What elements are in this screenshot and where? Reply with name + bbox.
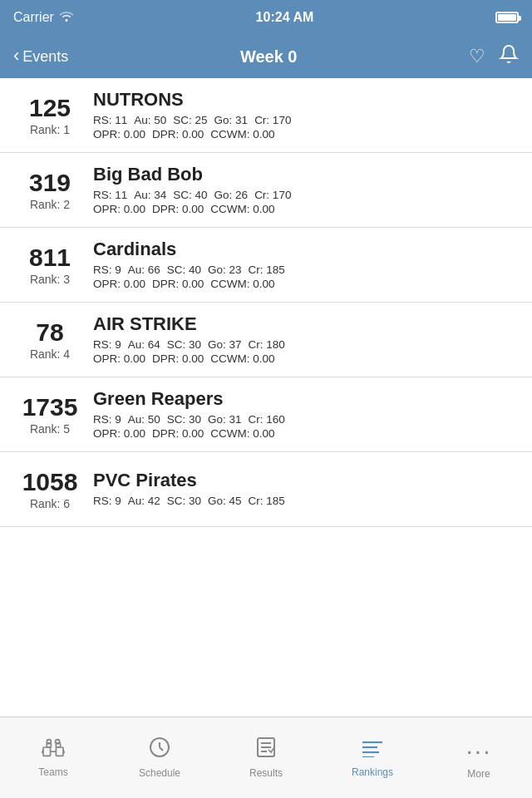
stat-item: Go: 31 xyxy=(214,114,249,126)
stat-item: RS: 9 xyxy=(93,495,121,507)
stat-item: CCWM: 0.00 xyxy=(210,427,274,440)
tab-rankings[interactable]: Rankings xyxy=(319,717,426,798)
tab-schedule[interactable]: Schedule xyxy=(106,717,213,798)
stat-item: CCWM: 0.00 xyxy=(210,278,274,290)
team-stats-row-2: OPR: 0.00DPR: 0.00CCWM: 0.00 xyxy=(93,352,519,365)
schedule-label: Schedule xyxy=(139,767,180,779)
team-number: 319 xyxy=(29,169,71,196)
team-stats-row-2: OPR: 0.00DPR: 0.00CCWM: 0.00 xyxy=(93,278,519,290)
more-icon: ··· xyxy=(466,736,491,765)
team-info: Green ReapersRS: 9Au: 50SC: 30Go: 31Cr: … xyxy=(93,387,519,441)
team-number-block: 319Rank: 2 xyxy=(13,163,86,217)
stat-item: SC: 25 xyxy=(173,114,207,126)
stat-item: Au: 34 xyxy=(134,189,166,201)
team-name: PVC Pirates xyxy=(93,470,519,491)
stat-item: Cr: 170 xyxy=(254,114,291,126)
team-name: Big Bad Bob xyxy=(93,164,519,185)
stat-item: DPR: 0.00 xyxy=(152,128,204,140)
back-label: Events xyxy=(22,48,68,66)
team-rank: Rank: 1 xyxy=(30,123,70,136)
team-info: PVC PiratesRS: 9Au: 42SC: 30Go: 45Cr: 18… xyxy=(93,462,519,516)
stat-item: CCWM: 0.00 xyxy=(210,128,274,140)
stat-item: Go: 37 xyxy=(208,338,242,351)
team-stats-row-1: RS: 9Au: 42SC: 30Go: 45Cr: 185 xyxy=(93,495,519,507)
stat-item: Cr: 185 xyxy=(249,264,285,276)
nav-actions: ♡ xyxy=(469,44,519,69)
team-info: NUTRONSRS: 11Au: 50SC: 25Go: 31Cr: 170OP… xyxy=(93,88,519,142)
wifi-icon xyxy=(59,10,74,25)
stat-item: SC: 30 xyxy=(167,413,201,426)
svg-point-6 xyxy=(56,740,60,744)
team-row[interactable]: 78Rank: 4AIR STRIKERS: 9Au: 64SC: 30Go: … xyxy=(0,303,532,377)
team-row[interactable]: 811Rank: 3CardinalsRS: 9Au: 66SC: 40Go: … xyxy=(0,228,532,303)
team-number: 1058 xyxy=(22,468,78,495)
stat-item: Au: 50 xyxy=(128,413,160,426)
team-name: Cardinals xyxy=(93,239,519,260)
stat-item: Au: 50 xyxy=(134,114,166,126)
stat-item: DPR: 0.00 xyxy=(152,427,204,440)
stat-item: Au: 42 xyxy=(128,495,160,507)
team-row[interactable]: 1058Rank: 6PVC PiratesRS: 9Au: 42SC: 30G… xyxy=(0,452,532,527)
tab-more[interactable]: ··· More xyxy=(426,717,532,798)
stat-item: DPR: 0.00 xyxy=(152,203,204,215)
team-stats-row-1: RS: 9Au: 66SC: 40Go: 23Cr: 185 xyxy=(93,264,519,276)
tab-teams[interactable]: Teams xyxy=(0,717,106,798)
team-row[interactable]: 1735Rank: 5Green ReapersRS: 9Au: 50SC: 3… xyxy=(0,377,532,452)
team-number-block: 1058Rank: 6 xyxy=(13,462,86,516)
stat-item: RS: 9 xyxy=(93,338,121,351)
status-right xyxy=(495,12,519,23)
stat-item: Cr: 180 xyxy=(249,338,285,351)
stat-item: Au: 66 xyxy=(128,264,160,276)
stat-item: OPR: 0.00 xyxy=(93,427,145,440)
team-name: Green Reapers xyxy=(93,388,519,410)
team-stats-row-2: OPR: 0.00DPR: 0.00CCWM: 0.00 xyxy=(93,128,519,140)
page-title: Week 0 xyxy=(240,47,298,66)
results-label: Results xyxy=(249,767,283,779)
team-rank: Rank: 6 xyxy=(30,497,70,510)
stat-item: OPR: 0.00 xyxy=(93,128,145,140)
team-row[interactable]: 125Rank: 1NUTRONSRS: 11Au: 50SC: 25Go: 3… xyxy=(0,78,532,153)
stat-item: OPR: 0.00 xyxy=(93,278,145,290)
tab-results[interactable]: Results xyxy=(213,717,319,798)
team-row[interactable]: 319Rank: 2Big Bad BobRS: 11Au: 34SC: 40G… xyxy=(0,153,532,228)
team-rank: Rank: 5 xyxy=(30,422,70,436)
team-number: 1735 xyxy=(22,393,78,421)
stat-item: SC: 30 xyxy=(167,495,201,507)
stat-item: SC: 40 xyxy=(173,189,207,201)
stat-item: CCWM: 0.00 xyxy=(210,203,274,215)
stat-item: Go: 31 xyxy=(208,413,242,426)
favorite-icon[interactable]: ♡ xyxy=(469,46,485,67)
team-number-block: 78Rank: 4 xyxy=(13,313,86,367)
tab-bar: Teams Schedule Results xyxy=(0,717,532,798)
teams-icon xyxy=(42,737,65,763)
back-button[interactable]: ‹ Events xyxy=(13,47,68,66)
stat-item: Go: 23 xyxy=(208,264,242,276)
schedule-icon xyxy=(149,736,170,764)
stat-item: RS: 11 xyxy=(93,114,127,126)
team-stats-row-1: RS: 11Au: 50SC: 25Go: 31Cr: 170 xyxy=(93,114,519,126)
team-rank: Rank: 3 xyxy=(30,273,70,286)
teams-list: 125Rank: 1NUTRONSRS: 11Au: 50SC: 25Go: 3… xyxy=(0,78,532,717)
team-stats-row-1: RS: 9Au: 64SC: 30Go: 37Cr: 180 xyxy=(93,338,519,351)
battery-icon xyxy=(495,12,519,23)
back-arrow-icon: ‹ xyxy=(13,45,19,66)
team-stats-row-2: OPR: 0.00DPR: 0.00CCWM: 0.00 xyxy=(93,203,519,215)
team-stats-row-1: RS: 9Au: 50SC: 30Go: 31Cr: 160 xyxy=(93,413,519,426)
rankings-icon xyxy=(361,737,384,763)
team-number: 125 xyxy=(29,94,71,121)
notification-icon[interactable] xyxy=(499,44,519,69)
rankings-label: Rankings xyxy=(352,766,393,778)
stat-item: RS: 11 xyxy=(93,189,127,201)
team-rank: Rank: 2 xyxy=(30,198,70,211)
stat-item: Go: 26 xyxy=(214,189,249,201)
stat-item: OPR: 0.00 xyxy=(93,203,145,215)
stat-item: RS: 9 xyxy=(93,413,121,426)
stat-item: Go: 45 xyxy=(208,495,242,507)
team-info: CardinalsRS: 9Au: 66SC: 40Go: 23Cr: 185O… xyxy=(93,238,519,292)
team-number-block: 1735Rank: 5 xyxy=(13,387,86,441)
stat-item: RS: 9 xyxy=(93,264,121,276)
stat-item: CCWM: 0.00 xyxy=(210,352,274,365)
team-info: Big Bad BobRS: 11Au: 34SC: 40Go: 26Cr: 1… xyxy=(93,163,519,217)
svg-line-11 xyxy=(160,747,163,751)
team-info: AIR STRIKERS: 9Au: 64SC: 30Go: 37Cr: 180… xyxy=(93,313,519,367)
